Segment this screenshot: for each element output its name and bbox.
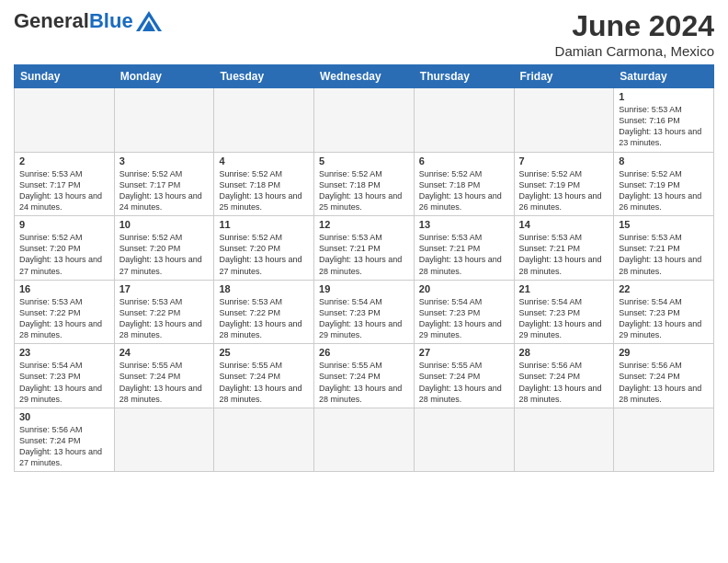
calendar-cell-3-1: 17Sunrise: 5:53 AM Sunset: 7:22 PM Dayli… <box>114 280 214 344</box>
logo-blue-text: Blue <box>89 9 133 33</box>
day-number: 22 <box>619 283 709 294</box>
calendar-cell-1-5: 7Sunrise: 5:52 AM Sunset: 7:19 PM Daylig… <box>514 152 614 216</box>
day-info: Sunrise: 5:54 AM Sunset: 7:23 PM Dayligh… <box>19 360 109 405</box>
day-number: 10 <box>119 219 210 230</box>
day-number: 29 <box>619 347 709 358</box>
day-number: 27 <box>419 347 509 358</box>
calendar-cell-5-6 <box>614 408 714 472</box>
calendar-cell-5-5 <box>514 408 614 472</box>
calendar-cell-3-3: 19Sunrise: 5:54 AM Sunset: 7:23 PM Dayli… <box>314 280 415 344</box>
day-info: Sunrise: 5:52 AM Sunset: 7:19 PM Dayligh… <box>619 168 709 213</box>
day-number: 5 <box>319 155 409 167</box>
day-info: Sunrise: 5:53 AM Sunset: 7:22 PM Dayligh… <box>119 296 210 341</box>
col-saturday: Saturday <box>614 65 714 88</box>
day-number: 11 <box>219 219 309 230</box>
day-info: Sunrise: 5:56 AM Sunset: 7:24 PM Dayligh… <box>619 360 709 405</box>
day-info: Sunrise: 5:55 AM Sunset: 7:24 PM Dayligh… <box>119 360 210 405</box>
calendar-body: 1Sunrise: 5:53 AM Sunset: 7:16 PM Daylig… <box>15 88 714 472</box>
calendar-cell-5-4 <box>414 408 514 472</box>
title-area: June 2024 Damian Carmona, Mexico <box>555 9 714 59</box>
calendar-table: Sunday Monday Tuesday Wednesday Thursday… <box>14 64 714 472</box>
day-info: Sunrise: 5:53 AM Sunset: 7:21 PM Dayligh… <box>519 232 609 277</box>
day-number: 24 <box>119 347 210 358</box>
calendar-cell-1-4: 6Sunrise: 5:52 AM Sunset: 7:18 PM Daylig… <box>414 152 514 216</box>
day-info: Sunrise: 5:53 AM Sunset: 7:21 PM Dayligh… <box>419 232 509 277</box>
calendar-cell-2-2: 11Sunrise: 5:52 AM Sunset: 7:20 PM Dayli… <box>214 216 314 281</box>
day-info: Sunrise: 5:55 AM Sunset: 7:24 PM Dayligh… <box>419 360 509 405</box>
logo: General Blue <box>14 9 162 33</box>
day-number: 6 <box>419 155 509 167</box>
day-info: Sunrise: 5:52 AM Sunset: 7:17 PM Dayligh… <box>119 168 210 213</box>
day-number: 26 <box>319 347 409 358</box>
day-number: 25 <box>219 347 309 358</box>
day-info: Sunrise: 5:53 AM Sunset: 7:21 PM Dayligh… <box>619 232 709 277</box>
day-info: Sunrise: 5:56 AM Sunset: 7:24 PM Dayligh… <box>19 424 109 469</box>
day-info: Sunrise: 5:54 AM Sunset: 7:23 PM Dayligh… <box>619 296 709 341</box>
calendar-cell-1-3: 5Sunrise: 5:52 AM Sunset: 7:18 PM Daylig… <box>314 152 415 216</box>
day-number: 13 <box>419 219 509 230</box>
calendar-cell-3-6: 22Sunrise: 5:54 AM Sunset: 7:23 PM Dayli… <box>614 280 714 344</box>
calendar-cell-2-4: 13Sunrise: 5:53 AM Sunset: 7:21 PM Dayli… <box>414 216 514 281</box>
calendar-cell-3-4: 20Sunrise: 5:54 AM Sunset: 7:23 PM Dayli… <box>414 280 514 344</box>
day-number: 2 <box>19 155 109 167</box>
day-info: Sunrise: 5:52 AM Sunset: 7:20 PM Dayligh… <box>19 232 109 277</box>
calendar-cell-4-1: 24Sunrise: 5:55 AM Sunset: 7:24 PM Dayli… <box>114 344 214 408</box>
day-number: 28 <box>519 347 609 358</box>
day-number: 4 <box>219 155 309 167</box>
calendar-cell-2-1: 10Sunrise: 5:52 AM Sunset: 7:20 PM Dayli… <box>114 216 214 281</box>
calendar-cell-5-3 <box>314 408 415 472</box>
day-info: Sunrise: 5:53 AM Sunset: 7:16 PM Dayligh… <box>619 104 709 149</box>
logo-area: General Blue <box>14 9 162 33</box>
day-info: Sunrise: 5:54 AM Sunset: 7:23 PM Dayligh… <box>519 296 609 341</box>
calendar-cell-3-0: 16Sunrise: 5:53 AM Sunset: 7:22 PM Dayli… <box>15 280 115 344</box>
calendar-header: Sunday Monday Tuesday Wednesday Thursday… <box>15 65 714 88</box>
subtitle: Damian Carmona, Mexico <box>555 43 714 59</box>
day-info: Sunrise: 5:53 AM Sunset: 7:22 PM Dayligh… <box>219 296 309 341</box>
calendar-cell-1-2: 4Sunrise: 5:52 AM Sunset: 7:18 PM Daylig… <box>214 152 314 216</box>
day-number: 14 <box>519 219 609 230</box>
calendar-cell-0-4 <box>414 88 514 153</box>
calendar-cell-4-2: 25Sunrise: 5:55 AM Sunset: 7:24 PM Dayli… <box>214 344 314 408</box>
day-number: 23 <box>19 347 109 358</box>
day-info: Sunrise: 5:52 AM Sunset: 7:18 PM Dayligh… <box>219 168 309 213</box>
calendar-week-1: 2Sunrise: 5:53 AM Sunset: 7:17 PM Daylig… <box>15 152 714 216</box>
day-number: 16 <box>19 283 109 294</box>
header: General Blue June 2024 Damian Carmona, M… <box>14 9 714 59</box>
col-monday: Monday <box>114 65 214 88</box>
calendar-cell-0-1 <box>114 88 214 153</box>
calendar-cell-4-3: 26Sunrise: 5:55 AM Sunset: 7:24 PM Dayli… <box>314 344 415 408</box>
calendar-page: General Blue June 2024 Damian Carmona, M… <box>0 0 728 563</box>
calendar-cell-2-6: 15Sunrise: 5:53 AM Sunset: 7:21 PM Dayli… <box>614 216 714 281</box>
calendar-week-5: 30Sunrise: 5:56 AM Sunset: 7:24 PM Dayli… <box>15 408 714 472</box>
calendar-cell-4-6: 29Sunrise: 5:56 AM Sunset: 7:24 PM Dayli… <box>614 344 714 408</box>
col-tuesday: Tuesday <box>214 65 314 88</box>
day-number: 21 <box>519 283 609 294</box>
calendar-cell-4-5: 28Sunrise: 5:56 AM Sunset: 7:24 PM Dayli… <box>514 344 614 408</box>
calendar-cell-1-1: 3Sunrise: 5:52 AM Sunset: 7:17 PM Daylig… <box>114 152 214 216</box>
day-number: 7 <box>519 155 609 167</box>
calendar-cell-0-0 <box>15 88 115 153</box>
calendar-cell-4-0: 23Sunrise: 5:54 AM Sunset: 7:23 PM Dayli… <box>15 344 115 408</box>
calendar-cell-0-5 <box>514 88 614 153</box>
col-thursday: Thursday <box>414 65 514 88</box>
calendar-cell-0-3 <box>314 88 415 153</box>
col-friday: Friday <box>514 65 614 88</box>
calendar-week-4: 23Sunrise: 5:54 AM Sunset: 7:23 PM Dayli… <box>15 344 714 408</box>
calendar-cell-2-3: 12Sunrise: 5:53 AM Sunset: 7:21 PM Dayli… <box>314 216 415 281</box>
calendar-cell-2-5: 14Sunrise: 5:53 AM Sunset: 7:21 PM Dayli… <box>514 216 614 281</box>
day-number: 15 <box>619 219 709 230</box>
day-info: Sunrise: 5:52 AM Sunset: 7:18 PM Dayligh… <box>419 168 509 213</box>
calendar-week-2: 9Sunrise: 5:52 AM Sunset: 7:20 PM Daylig… <box>15 216 714 281</box>
calendar-cell-1-6: 8Sunrise: 5:52 AM Sunset: 7:19 PM Daylig… <box>614 152 714 216</box>
day-number: 1 <box>619 91 709 102</box>
calendar-cell-0-6: 1Sunrise: 5:53 AM Sunset: 7:16 PM Daylig… <box>614 88 714 153</box>
day-info: Sunrise: 5:56 AM Sunset: 7:24 PM Dayligh… <box>519 360 609 405</box>
logo-icon <box>136 11 162 31</box>
col-wednesday: Wednesday <box>314 65 415 88</box>
day-info: Sunrise: 5:53 AM Sunset: 7:17 PM Dayligh… <box>19 168 109 213</box>
day-number: 3 <box>119 155 210 167</box>
calendar-cell-5-2 <box>214 408 314 472</box>
day-info: Sunrise: 5:55 AM Sunset: 7:24 PM Dayligh… <box>319 360 409 405</box>
day-info: Sunrise: 5:52 AM Sunset: 7:20 PM Dayligh… <box>219 232 309 277</box>
day-info: Sunrise: 5:54 AM Sunset: 7:23 PM Dayligh… <box>319 296 409 341</box>
